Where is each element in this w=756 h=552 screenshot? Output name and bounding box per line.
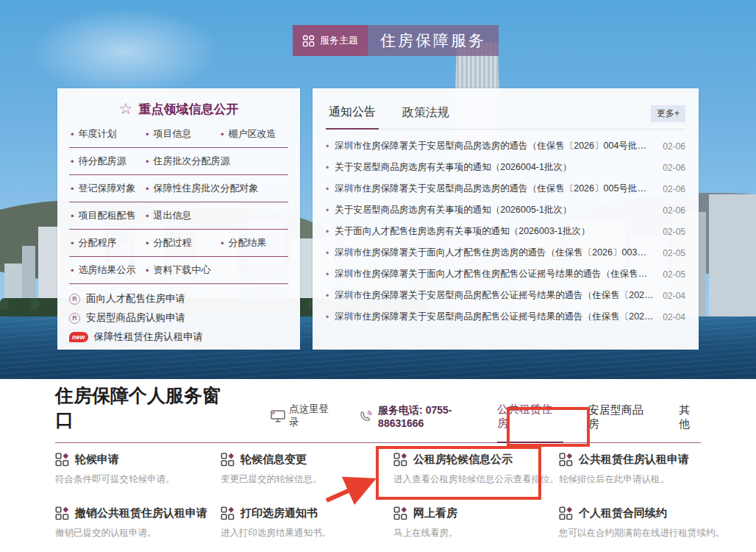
service-grid: 轮候申请符合条件即可提交轮候申请。轮候信息变更变更已提交的轮候信息。公租房轮候信… (55, 453, 701, 539)
service-card[interactable]: 撤销公共租赁住房认租申请撤销已提交的认租申请。 (55, 506, 221, 539)
quick-link[interactable]: R安居型商品房认购申请 (69, 308, 288, 328)
notice-title: 深圳市住房保障署关于安居型商品房选房的通告（住保售〔2026〕005号批次） (335, 183, 655, 195)
info-link[interactable]: •分配程序 (71, 236, 146, 250)
service-desc: 进入查看公租房轮候信息公示查看排位。 (393, 473, 559, 486)
service-grid-icon (559, 506, 573, 520)
service-card-header: 撤销公共租赁住房认租申请 (55, 506, 221, 520)
grid-icon (302, 35, 315, 47)
info-link[interactable]: •住房批次分配房源 (146, 155, 221, 168)
info-link[interactable]: •棚户区改造 (221, 127, 296, 141)
info-link[interactable]: •分配过程 (146, 236, 221, 250)
quick-link[interactable]: R面向人才配售住房申请 (69, 289, 288, 308)
service-card[interactable]: 公租房轮候信息公示进入查看公租房轮候信息公示查看排位。 (393, 453, 559, 486)
service-card[interactable]: 网上看房马上在线看房。 (393, 506, 559, 539)
notice-panel: 通知公告 政策法规 更多+ •深圳市住房保障署关于安居型商品房选房的通告（住保售… (313, 88, 699, 350)
notice-title: 深圳市住房保障署关于面向人才配售住房选房的通告（住保售〔2026〕003号批次） (335, 247, 655, 259)
notice-date: 02-06 (663, 184, 685, 194)
notice-item[interactable]: •深圳市住房保障署关于安居型商品房配售公证摇号结果的通告（住保售〔2026〕00… (326, 306, 685, 328)
service-card-header: 网上看房 (393, 506, 559, 520)
service-title: 撤销公共租赁住房认租申请 (75, 506, 207, 520)
notice-title: 深圳市住房保障署关于安居型商品房选房的通告（住保售〔2026〕004号批次） (335, 140, 655, 152)
info-link-row: •分配程序•分配过程•分配结果 (69, 230, 288, 257)
bullet-icon: • (326, 163, 329, 173)
service-desc: 马上在线看房。 (393, 527, 559, 539)
quick-link[interactable]: new保障性租赁住房认租申请 (69, 328, 288, 347)
notice-item[interactable]: •深圳市住房保障署关于安居型商品房选房的通告（住保售〔2026〕005号批次）0… (326, 178, 685, 199)
bullet-icon: • (146, 265, 149, 276)
tab-affordable-commodity-housing[interactable]: 安居型商品房 (588, 403, 655, 442)
notice-item[interactable]: •关于安居型商品房选房有关事项的通知（2026005-1批次）02-06 (326, 199, 685, 221)
info-link[interactable]: •项目配租配售 (71, 209, 146, 222)
notice-title: 关于面向人才配售住房选房有关事项的通知（2026003-1批次） (335, 225, 655, 238)
service-card[interactable]: 轮候信息变更变更已提交的轮候信息。 (221, 453, 393, 486)
notice-date: 02-06 (663, 141, 685, 152)
service-card[interactable]: 公共租赁住房认租申请轮候排位后在此申请认租。 (559, 453, 724, 486)
bullet-icon: • (221, 238, 224, 249)
notice-item[interactable]: •关于安居型商品房选房有关事项的通知（2026004-1批次）02-06 (326, 157, 685, 178)
info-link[interactable]: •待分配房源 (71, 155, 146, 168)
info-link-label: 保障性住房批次分配对象 (154, 182, 259, 195)
notice-date: 02-06 (663, 163, 685, 173)
service-card[interactable]: 个人租赁合同续约您可以在合约期满前在线进行租赁续约。 (559, 506, 724, 539)
notice-item[interactable]: •深圳市住房保障署关于面向人才配售住房选房的通告（住保售〔2026〕003号批次… (326, 242, 685, 263)
info-link-label: 棚户区改造 (229, 127, 277, 141)
service-card[interactable]: 打印选房通知书进入打印选房结果通知书。 (221, 506, 393, 539)
info-link-label: 退出信息 (154, 209, 192, 222)
notice-item[interactable]: •关于面向人才配售住房选房有关事项的通知（2026003-1批次）02-05 (326, 221, 685, 242)
notice-item[interactable]: •深圳市住房保障署关于安居型商品房配售公证摇号结果的通告（住保售〔2026〕00… (326, 285, 685, 306)
bullet-icon: • (146, 183, 149, 194)
tab-notices[interactable]: 通知公告 (326, 105, 379, 130)
info-link-label: 登记保障对象 (79, 182, 136, 195)
bullet-icon: • (326, 205, 329, 216)
bullet-icon: • (71, 265, 74, 276)
service-desc: 进入打印选房结果通知书。 (221, 527, 393, 539)
info-link[interactable]: •项目信息 (146, 127, 221, 141)
notice-date: 02-04 (663, 291, 685, 301)
info-link[interactable]: •选房结果公示 (71, 263, 146, 277)
service-card[interactable]: 轮候申请符合条件即可提交轮候申请。 (55, 453, 221, 486)
tab-other[interactable]: 其他 (679, 403, 701, 442)
service-grid-icon (393, 506, 407, 520)
service-grid-icon (393, 453, 407, 467)
service-theme-badge: 服务主题 住房保障服务 (293, 25, 499, 56)
service-theme-label-group: 服务主题 (293, 25, 368, 56)
bullet-icon: • (146, 129, 149, 140)
info-link[interactable]: •退出信息 (146, 209, 221, 222)
service-card-header: 轮候申请 (55, 453, 221, 467)
info-link[interactable]: •资料下载中心 (146, 263, 221, 277)
service-desc: 您可以在合约期满前在线进行租赁续约。 (559, 527, 724, 539)
info-link-label: 待分配房源 (79, 155, 126, 168)
notice-list: •深圳市住房保障署关于安居型商品房选房的通告（住保售〔2026〕004号批次）0… (326, 130, 685, 328)
info-link-label: 资料下载中心 (154, 263, 211, 277)
star-icon: ☆ (119, 100, 133, 118)
info-link[interactable]: •保障性住房批次分配对象 (146, 182, 221, 195)
info-link[interactable]: •年度计划 (71, 127, 146, 141)
page: 服务主题 住房保障服务 ☆ 重点领域信息公开 •年度计划•项目信息•棚户区改造•… (0, 0, 756, 552)
service-title: 轮候信息变更 (240, 453, 307, 467)
notice-title: 关于安居型商品房选房有关事项的通知（2026004-1批次） (335, 161, 655, 174)
service-phone-label: 服务电话: 0755-88631666 (378, 404, 497, 429)
info-link-row: •年度计划•项目信息•棚户区改造 (69, 121, 288, 148)
info-link-label: 项目信息 (154, 127, 192, 141)
notice-date: 02-06 (663, 205, 685, 216)
service-title: 公共租赁住房认租申请 (579, 453, 689, 467)
notice-item[interactable]: •深圳市住房保障署关于安居型商品房选房的通告（住保售〔2026〕004号批次）0… (326, 135, 685, 157)
bullet-icon: • (326, 227, 329, 237)
bullet-icon: • (326, 184, 329, 194)
notice-title: 关于安居型商品房选房有关事项的通知（2026005-1批次） (335, 204, 655, 216)
service-title: 个人租赁合同续约 (579, 506, 667, 520)
service-title: 网上看房 (413, 506, 457, 520)
info-link[interactable]: •分配结果 (221, 236, 296, 250)
info-link-label: 项目配租配售 (79, 209, 136, 222)
key-info-panel-title: ☆ 重点领域信息公开 (69, 97, 288, 121)
login-link[interactable]: 点这里登录 (271, 403, 338, 442)
service-card-header: 公共租赁住房认租申请 (559, 453, 724, 467)
notice-date: 02-04 (663, 312, 685, 322)
info-link[interactable]: •登记保障对象 (71, 182, 146, 195)
tab-public-rental-housing[interactable]: 公共租赁住房 (497, 403, 563, 443)
service-grid-icon (221, 453, 235, 467)
tab-policies[interactable]: 政策法规 (399, 105, 452, 129)
more-button[interactable]: 更多+ (651, 105, 685, 122)
notice-item[interactable]: •深圳市住房保障署关于面向人才配售住房配售公证摇号结果的通告（住保售〔2026〕… (326, 263, 685, 285)
info-link-label: 分配程序 (79, 236, 117, 250)
